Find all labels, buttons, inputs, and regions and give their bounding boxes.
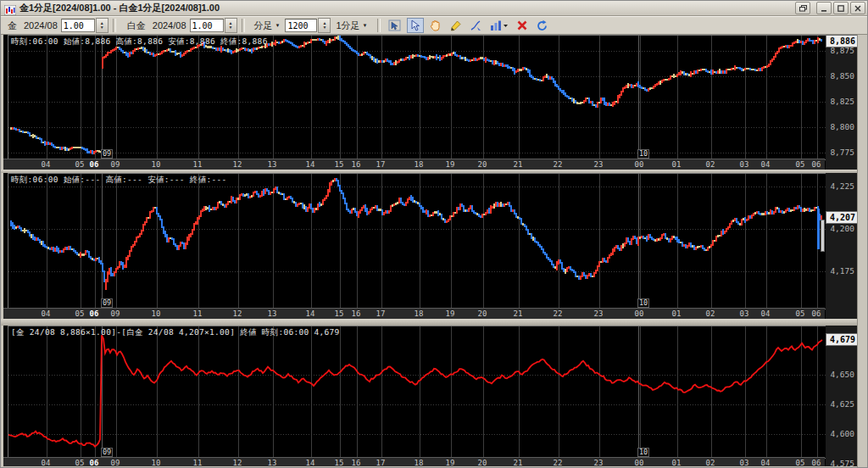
candle-bar bbox=[512, 67, 514, 71]
candle-bar bbox=[515, 70, 517, 73]
candle-bar bbox=[251, 195, 253, 198]
candle-bar bbox=[231, 50, 232, 55]
candle-bar bbox=[580, 276, 581, 280]
gold-contract-month[interactable]: 2024/08 bbox=[24, 20, 58, 31]
candle-bar bbox=[236, 48, 237, 53]
candle-bar bbox=[485, 212, 487, 215]
interval-type-dropdown[interactable]: 分足▼ bbox=[252, 19, 283, 33]
toolbar-separator bbox=[377, 19, 381, 32]
bar-count-spinner[interactable]: ▲▼ bbox=[318, 18, 331, 33]
candle-bar bbox=[517, 216, 519, 219]
candle-bar bbox=[715, 71, 717, 74]
gold-chart-plot[interactable]: 時刻:06:00 始値:8,886 高値:8,886 安値:8,886 終値:8… bbox=[8, 35, 826, 160]
candle-bar bbox=[407, 57, 409, 59]
candle-bar bbox=[636, 237, 637, 245]
candle-bar bbox=[602, 258, 604, 263]
pencil-draw-tool-button[interactable] bbox=[448, 18, 465, 33]
candle-bar bbox=[615, 245, 617, 248]
candle-bar bbox=[287, 40, 288, 42]
candle-bar bbox=[71, 147, 73, 150]
candle-bar bbox=[346, 203, 348, 210]
candle-bar bbox=[744, 217, 746, 223]
candle-bar bbox=[307, 207, 309, 212]
hand-pan-tool-button[interactable] bbox=[427, 18, 444, 33]
candle-bar bbox=[710, 70, 712, 75]
candle-bar bbox=[756, 211, 758, 214]
candle-bar bbox=[202, 209, 203, 212]
platinum-ratio-spinner[interactable]: ▲▼ bbox=[225, 18, 237, 33]
gold-ratio-input[interactable] bbox=[61, 19, 95, 32]
price-axis-label: 4,650 bbox=[826, 370, 854, 379]
candle-bar bbox=[354, 208, 356, 213]
candle-bar bbox=[27, 131, 29, 134]
candle-bar bbox=[146, 49, 147, 53]
candle-bar bbox=[281, 41, 283, 43]
platinum-chart-plot[interactable]: 時刻:06:00 始値:--- 高値:--- 安値:--- 終値:--- 091… bbox=[8, 173, 826, 309]
trendline-tool-button[interactable] bbox=[468, 18, 485, 33]
candle-bar bbox=[441, 57, 442, 60]
candle-bar bbox=[363, 205, 364, 209]
candle-bar bbox=[442, 218, 444, 220]
candle-bar bbox=[763, 66, 765, 69]
candle-bar bbox=[192, 47, 193, 50]
candle-bar bbox=[61, 250, 63, 254]
maximize-button[interactable] bbox=[833, 2, 849, 14]
candle-bar bbox=[609, 254, 610, 259]
candle-bar bbox=[270, 43, 271, 46]
candle-bar bbox=[678, 239, 680, 243]
select-tool-button[interactable] bbox=[407, 18, 424, 33]
refresh-button[interactable] bbox=[534, 18, 551, 33]
candle-bar bbox=[292, 198, 293, 203]
candle-bar bbox=[273, 42, 275, 45]
candle-bar bbox=[493, 203, 495, 209]
candle-bar bbox=[373, 57, 375, 61]
platinum-contract-month[interactable]: 2024/08 bbox=[153, 20, 186, 31]
candle-bar bbox=[743, 69, 744, 71]
bar-count-input[interactable] bbox=[285, 19, 317, 32]
chart-cursor-tool-button[interactable] bbox=[387, 18, 403, 33]
candle-bar bbox=[453, 212, 454, 218]
vertical-scrollbar-track[interactable] bbox=[857, 35, 868, 468]
interval-dropdown[interactable]: 1分足▼ bbox=[333, 19, 370, 33]
cascade-windows-button[interactable] bbox=[795, 2, 810, 14]
candle-bar bbox=[183, 242, 185, 249]
candle-bar bbox=[504, 64, 505, 67]
panel-splitter[interactable] bbox=[1, 319, 857, 326]
delete-drawing-button[interactable] bbox=[514, 18, 531, 33]
candle-bar bbox=[475, 58, 476, 61]
candle-bar bbox=[331, 181, 332, 186]
candle-bar bbox=[614, 101, 615, 105]
price-axis-label: 8,800 bbox=[826, 122, 854, 131]
title-bar: 金1分足[2024/08]1.00 - 白金1分足[2024/08]1.00 bbox=[1, 1, 868, 16]
candle-bar bbox=[534, 237, 536, 242]
candle-bar bbox=[812, 209, 814, 212]
candle-bar bbox=[176, 245, 178, 251]
candle-bar bbox=[770, 60, 771, 66]
toolbar: 金 2024/08 ▲▼ 白金 2024/08 ▲▼ 分足▼ ▲▼ 1分足▼ bbox=[1, 16, 868, 35]
chart-type-dropdown-button[interactable] bbox=[488, 18, 510, 33]
candle-bar bbox=[585, 98, 587, 102]
candle-bar bbox=[251, 48, 253, 53]
close-button[interactable] bbox=[850, 2, 865, 14]
candle-bar bbox=[766, 65, 768, 68]
gold-ratio-spinner[interactable]: ▲▼ bbox=[96, 18, 108, 33]
platinum-ratio-input[interactable] bbox=[190, 19, 224, 32]
candle-bar bbox=[651, 237, 653, 240]
candle-bar bbox=[93, 259, 95, 261]
candle-bar bbox=[605, 260, 607, 264]
price-axis-scroll-thumb[interactable] bbox=[821, 220, 825, 252]
candle-bar bbox=[761, 213, 763, 215]
candle-bar bbox=[571, 98, 573, 101]
candle-bar bbox=[612, 102, 614, 107]
minimize-button[interactable] bbox=[816, 2, 832, 14]
candle-bar bbox=[34, 135, 36, 137]
candle-bar bbox=[505, 64, 507, 67]
candle-bar bbox=[380, 60, 381, 63]
candle-bar bbox=[436, 54, 437, 59]
candle-bar bbox=[12, 127, 14, 130]
candle-bar bbox=[795, 41, 797, 44]
candle-bar bbox=[549, 76, 551, 80]
spread-chart-plot[interactable]: [金 24/08 8,886×1.00]-[白金 24/08 4,207×1.0… bbox=[8, 326, 826, 459]
candle-bar bbox=[239, 194, 241, 200]
candle-bar bbox=[70, 148, 71, 150]
